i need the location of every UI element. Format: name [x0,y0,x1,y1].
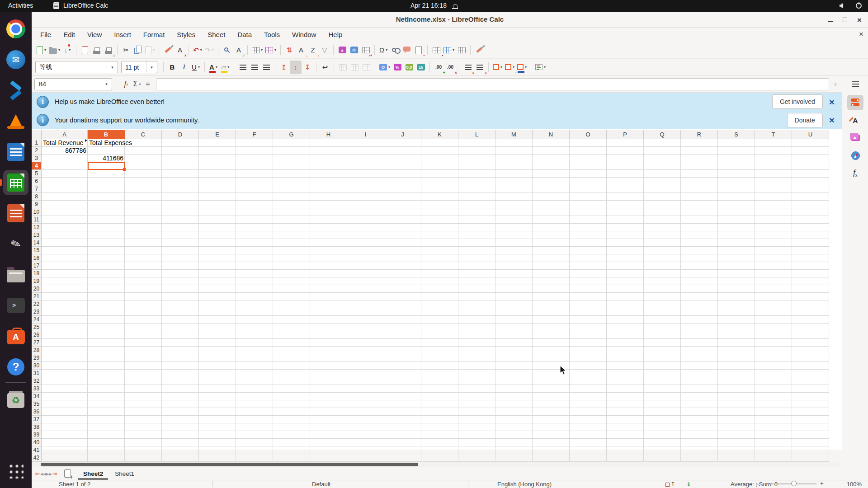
close-document-icon[interactable]: × [859,30,863,39]
row-header-29[interactable]: 29 [32,354,42,362]
copy-button[interactable] [132,43,144,57]
sidebar-tab-properties[interactable] [847,95,863,110]
new-dropdown-icon[interactable]: ▾ [44,48,46,52]
sidebar-tab-functions[interactable]: fx [847,165,863,181]
column-header-N[interactable]: N [533,130,570,139]
language-status[interactable]: English (Hong Kong) [497,481,552,488]
row-header-35[interactable]: 35 [32,400,42,408]
align-left-button[interactable] [237,61,249,74]
open-dropdown-icon[interactable]: ▾ [58,48,60,52]
first-sheet-button[interactable]: ⇤ [35,470,40,477]
menu-tools[interactable]: Tools [259,30,285,39]
dock-gimp[interactable]: ✎ [3,231,28,257]
split-window-button[interactable] [456,43,467,57]
menu-window[interactable]: Window [287,30,321,39]
row-header-42[interactable]: 42 [32,454,42,462]
horizontal-scrollbar-thumb[interactable] [41,463,418,466]
highlighting-color-dropdown-icon[interactable]: ▾ [227,65,229,69]
menu-format[interactable]: Format [138,30,170,39]
border-style-button[interactable]: ◦▾ [504,61,516,74]
row-header-1[interactable]: 1 [32,139,42,147]
sidebar-tab-styles[interactable]: A [847,113,863,128]
dock-vlc[interactable] [3,108,28,134]
column-header-M[interactable]: M [495,130,533,139]
select-function-button[interactable]: Σ▾ [132,78,142,90]
sidebar-tab-navigator[interactable] [847,148,863,163]
dock-files[interactable] [3,262,28,287]
border-color-button[interactable]: ▾ [516,61,528,74]
formula-input[interactable] [156,78,829,90]
formula-button[interactable]: = [142,78,153,90]
column-header-E[interactable]: E [199,130,236,139]
column-header-S[interactable]: S [718,130,755,139]
print-button[interactable] [91,43,103,57]
column-header-H[interactable]: H [310,130,347,139]
row-header-32[interactable]: 32 [32,377,42,385]
insert-special-character-dropdown-icon[interactable]: ▾ [386,48,387,52]
row-header-24[interactable]: 24 [32,316,42,324]
insert-hyperlink-button[interactable] [389,43,401,57]
column-header-G[interactable]: G [273,130,310,139]
row-header-5[interactable]: 5 [32,170,42,178]
menu-view[interactable]: View [82,30,107,39]
column-header-U[interactable]: U [792,130,829,139]
font-name-combo[interactable]: 等线 ▾ [35,61,118,73]
format-as-currency-button[interactable]: O▾ [378,61,392,74]
row-header-21[interactable]: 21 [32,293,42,300]
font-color-button[interactable]: A▾ [208,61,219,74]
row-header-38[interactable]: 38 [32,423,42,431]
row-header-34[interactable]: 34 [32,393,42,400]
cut-button[interactable]: ✂ [120,43,132,57]
row-header-27[interactable]: 27 [32,339,42,347]
menu-insert[interactable]: Insert [109,30,136,39]
highlighting-color-button[interactable]: ▱▾ [219,61,231,74]
zoom-level[interactable]: 100% [847,481,862,488]
donate-button[interactable]: Donate [787,113,823,127]
close-button[interactable]: × [854,16,864,24]
volume-icon[interactable] [840,3,848,9]
insert-comment-button[interactable] [401,43,413,57]
row-header-15[interactable]: 15 [32,247,42,254]
insert-pivot-table-button[interactable]: ↵ [360,43,372,57]
find-and-replace-button[interactable] [221,43,233,57]
format-as-date-button[interactable]: 15 [415,61,427,74]
underline-button[interactable]: U▾ [190,61,202,74]
row-header-3[interactable]: 3 [32,155,42,162]
dock-libreoffice-calc[interactable] [3,170,28,195]
row-header-9[interactable]: 9 [32,201,42,208]
row-header-36[interactable]: 36 [32,408,42,416]
row-header-28[interactable]: 28 [32,347,42,354]
column-dropdown-icon[interactable]: ▾ [274,48,276,52]
dock-trash[interactable]: ♻ [3,387,28,412]
italic-button[interactable]: I [178,61,190,74]
row-header-14[interactable]: 14 [32,239,42,247]
row-header-2[interactable]: 2 [32,147,42,155]
cell-B3[interactable]: 411686 [88,155,125,162]
activities-button[interactable]: Activities [8,2,33,9]
previous-sheet-button[interactable]: ◂◂ [40,470,46,477]
underline-dropdown-icon[interactable]: ▾ [198,65,200,69]
column-header-J[interactable]: J [384,130,421,139]
row-header-37[interactable]: 37 [32,416,42,423]
insert-special-character-button[interactable]: Ω▾ [377,43,389,57]
increase-indent-button[interactable]: ▸ [462,61,474,74]
font-size-dropdown-icon[interactable]: ▾ [146,61,157,73]
dock-thunderbird[interactable]: ✉ [3,47,28,72]
border-color-dropdown-icon[interactable]: ▾ [525,65,527,69]
row-header-33[interactable]: 33 [32,385,42,393]
clock[interactable]: Apr 21 16:18 [410,2,447,9]
center-vertically-button[interactable]: ↕ [290,61,302,74]
font-color-dropdown-icon[interactable]: ▾ [216,65,217,69]
column-button[interactable]: ▾ [264,43,278,57]
sort-ascending-button[interactable]: A↓ [295,43,307,57]
row-header-25[interactable]: 25 [32,324,42,331]
select-all-corner[interactable] [32,130,42,139]
column-header-C[interactable]: C [125,130,162,139]
align-center-button[interactable] [249,61,260,74]
zoom-in-icon[interactable]: + [820,480,824,487]
selection-mode-icon[interactable]: I [665,481,675,488]
define-print-area-button[interactable]: ▪ [430,43,442,57]
dock-help[interactable]: ? [3,354,28,380]
maximize-button[interactable] [840,16,850,24]
row-header-40[interactable]: 40 [32,439,42,446]
